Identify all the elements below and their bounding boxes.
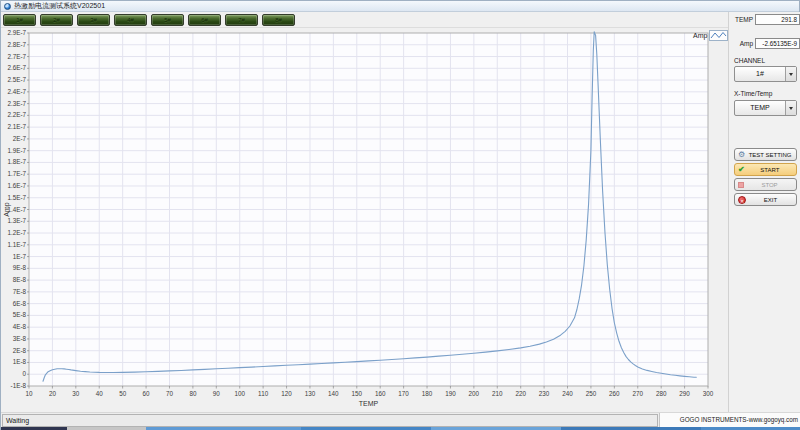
svg-text:-1E-8: -1E-8 bbox=[11, 382, 27, 389]
plot-line-icon[interactable] bbox=[709, 30, 728, 41]
svg-text:20: 20 bbox=[49, 390, 57, 397]
svg-text:220: 220 bbox=[515, 390, 526, 397]
svg-text:1.6E-7: 1.6E-7 bbox=[7, 182, 26, 189]
svg-text:6E-8: 6E-8 bbox=[13, 300, 27, 307]
svg-text:110: 110 bbox=[258, 390, 269, 397]
svg-text:290: 290 bbox=[679, 390, 690, 397]
svg-text:2.9E-7: 2.9E-7 bbox=[7, 29, 26, 36]
stop-button[interactable]: STOP bbox=[734, 178, 797, 191]
channel-button-7[interactable]: 7# bbox=[225, 14, 258, 26]
svg-text:2.4E-7: 2.4E-7 bbox=[7, 88, 26, 95]
status-message: Waiting bbox=[2, 414, 658, 427]
svg-text:50: 50 bbox=[119, 390, 127, 397]
close-x-icon: ✕ bbox=[738, 196, 746, 204]
svg-text:2.2E-7: 2.2E-7 bbox=[7, 111, 26, 118]
svg-text:270: 270 bbox=[633, 390, 644, 397]
svg-text:180: 180 bbox=[422, 390, 433, 397]
svg-text:10: 10 bbox=[25, 390, 33, 397]
xaxis-select-value: TEMP bbox=[735, 101, 785, 115]
check-icon: ✔ bbox=[738, 166, 745, 174]
svg-text:280: 280 bbox=[656, 390, 667, 397]
svg-text:2E-8: 2E-8 bbox=[13, 347, 27, 354]
channel-select-value: 1# bbox=[735, 67, 785, 81]
svg-text:1.9E-7: 1.9E-7 bbox=[7, 147, 26, 154]
window-title: 热激励电流测试系统V202501 bbox=[14, 1, 105, 11]
svg-text:150: 150 bbox=[352, 390, 363, 397]
xaxis-select-label: X-Time/Temp bbox=[734, 90, 772, 97]
svg-text:1.2E-7: 1.2E-7 bbox=[7, 229, 26, 236]
channel-button-3[interactable]: 3# bbox=[77, 14, 110, 26]
svg-text:7E-8: 7E-8 bbox=[13, 288, 27, 295]
gear-icon: ⚙ bbox=[738, 151, 745, 159]
svg-text:1.3E-7: 1.3E-7 bbox=[7, 217, 26, 224]
channel-select-label: CHANNEL bbox=[734, 57, 765, 64]
svg-text:0: 0 bbox=[22, 370, 26, 377]
chevron-down-icon[interactable] bbox=[785, 67, 796, 81]
svg-text:1E-7: 1E-7 bbox=[13, 253, 27, 260]
channel-button-5[interactable]: 5# bbox=[151, 14, 184, 26]
channel-select[interactable]: 1# bbox=[734, 66, 797, 82]
xaxis-select[interactable]: TEMP bbox=[734, 100, 797, 116]
temp-row: TEMP 291.8 bbox=[731, 14, 800, 25]
svg-text:3E-8: 3E-8 bbox=[13, 335, 27, 342]
svg-text:Amp: Amp bbox=[3, 202, 11, 217]
statusbar: Waiting GOGO INSTRUMENTS-www.gogoyq.com bbox=[1, 412, 800, 427]
svg-text:2.7E-7: 2.7E-7 bbox=[7, 53, 26, 60]
svg-text:210: 210 bbox=[492, 390, 503, 397]
plot-area: 2.9E-72.8E-72.7E-72.6E-72.5E-72.4E-72.3E… bbox=[1, 28, 728, 412]
test-setting-button[interactable]: ⚙ TEST SETTING bbox=[734, 148, 797, 161]
svg-text:2E-7: 2E-7 bbox=[13, 135, 27, 142]
svg-text:80: 80 bbox=[189, 390, 197, 397]
svg-text:250: 250 bbox=[586, 390, 597, 397]
svg-text:200: 200 bbox=[469, 390, 480, 397]
temp-label: TEMP bbox=[731, 16, 755, 23]
svg-text:2.8E-7: 2.8E-7 bbox=[7, 41, 26, 48]
svg-text:130: 130 bbox=[305, 390, 316, 397]
svg-text:2.6E-7: 2.6E-7 bbox=[7, 64, 26, 71]
control-panel: TEMP 291.8 Amp -2.65135E-9 CHANNEL 1# X-… bbox=[728, 12, 800, 412]
channel-button-4[interactable]: 4# bbox=[114, 14, 147, 26]
svg-text:140: 140 bbox=[328, 390, 339, 397]
svg-text:1.1E-7: 1.1E-7 bbox=[7, 241, 26, 248]
channel-button-6[interactable]: 6# bbox=[188, 14, 221, 26]
plot-legend[interactable]: Amp bbox=[693, 30, 728, 41]
chevron-down-icon[interactable] bbox=[785, 101, 796, 115]
legend-label: Amp bbox=[693, 32, 707, 39]
svg-text:100: 100 bbox=[234, 390, 245, 397]
svg-text:90: 90 bbox=[213, 390, 221, 397]
channel-button-8[interactable]: 8# bbox=[262, 14, 295, 26]
svg-text:2.1E-7: 2.1E-7 bbox=[7, 123, 26, 130]
tsc-chart: 2.9E-72.8E-72.7E-72.6E-72.5E-72.4E-72.3E… bbox=[1, 28, 728, 412]
svg-text:60: 60 bbox=[143, 390, 151, 397]
svg-text:30: 30 bbox=[72, 390, 80, 397]
svg-text:1.7E-7: 1.7E-7 bbox=[7, 170, 26, 177]
svg-text:190: 190 bbox=[445, 390, 456, 397]
svg-text:9E-8: 9E-8 bbox=[13, 264, 27, 271]
svg-text:170: 170 bbox=[398, 390, 409, 397]
svg-text:1E-8: 1E-8 bbox=[13, 358, 27, 365]
amp-readout: -2.65135E-9 bbox=[755, 38, 800, 49]
svg-text:TEMP: TEMP bbox=[359, 400, 379, 407]
start-button[interactable]: ✔ START bbox=[734, 163, 797, 176]
svg-text:40: 40 bbox=[96, 390, 104, 397]
svg-text:1.5E-7: 1.5E-7 bbox=[7, 194, 26, 201]
svg-text:160: 160 bbox=[375, 390, 386, 397]
amp-row: Amp -2.65135E-9 bbox=[731, 38, 800, 49]
svg-text:1.4E-7: 1.4E-7 bbox=[7, 206, 26, 213]
stop-square-icon bbox=[738, 182, 744, 188]
app-icon bbox=[4, 3, 11, 10]
channel-button-2[interactable]: 2# bbox=[40, 14, 73, 26]
svg-text:300: 300 bbox=[703, 390, 714, 397]
svg-text:230: 230 bbox=[539, 390, 550, 397]
exit-button[interactable]: ✕ EXIT bbox=[734, 193, 797, 206]
channel-toolbar: 1#2#3#4#5#6#7#8# bbox=[1, 12, 728, 28]
titlebar: 热激励电流测试系统V202501 bbox=[1, 1, 799, 12]
svg-text:8E-8: 8E-8 bbox=[13, 276, 27, 283]
svg-text:260: 260 bbox=[609, 390, 620, 397]
channel-button-1[interactable]: 1# bbox=[3, 14, 36, 26]
svg-text:120: 120 bbox=[281, 390, 292, 397]
amp-label: Amp bbox=[731, 40, 755, 47]
brand-text: GOGO INSTRUMENTS-www.gogoyq.com bbox=[659, 413, 800, 428]
temp-readout: 291.8 bbox=[755, 14, 800, 25]
app-window: 热激励电流测试系统V202501 1#2#3#4#5#6#7#8# 2.9E-7… bbox=[0, 0, 800, 430]
